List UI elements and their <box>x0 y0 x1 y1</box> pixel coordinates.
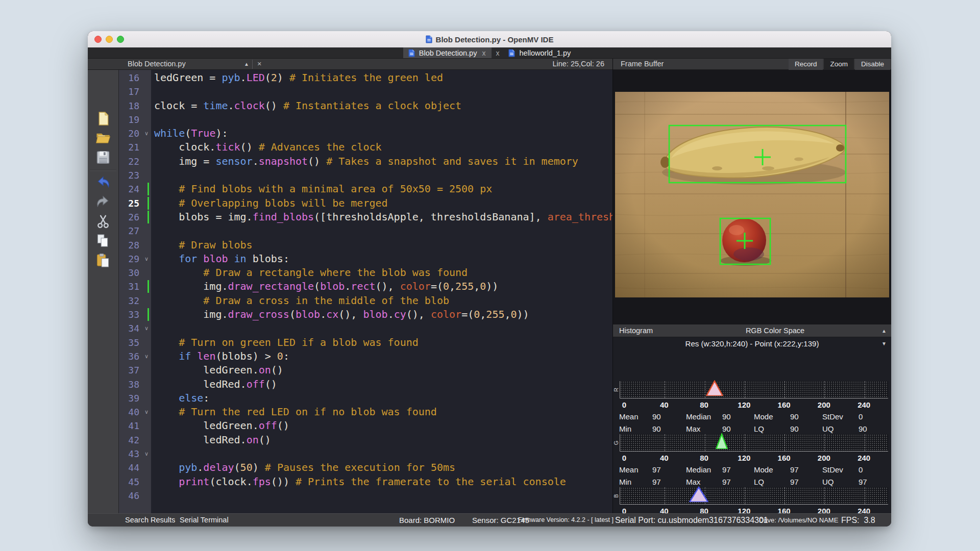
axis-tick-label: 80 <box>693 400 716 409</box>
search-results-toggle[interactable]: Search Results <box>125 514 175 527</box>
code-text: clock = time.clock() # Instantiates a cl… <box>154 99 461 113</box>
channel-label: G <box>613 440 619 446</box>
code-text: # Find blobs with a minimal area of 50x5… <box>154 182 492 196</box>
stat-value: 90 <box>652 424 661 433</box>
code-line[interactable]: 26 blobs = img.find_blobs([thresholdsApp… <box>119 210 612 224</box>
color-space-dropdown[interactable]: RGB Color Space <box>674 324 876 337</box>
cut-icon[interactable] <box>94 214 112 230</box>
disable-button[interactable]: Disable <box>855 59 890 70</box>
frame-buffer-buttons: Record Zoom Disable <box>788 59 890 70</box>
fold-arrow-icon[interactable]: ∨ <box>142 252 151 266</box>
code-line[interactable]: 18clock = time.clock() # Instantiates a … <box>119 99 612 113</box>
serial-port-status: Serial Port: cu.usbmodem3167376334301 <box>615 514 768 527</box>
code-line[interactable]: 41 ledGreen.off() <box>119 419 612 433</box>
code-line[interactable]: 38 ledRed.off() <box>119 378 612 391</box>
redo-icon[interactable] <box>94 194 112 210</box>
code-line[interactable]: 21 clock.tick() # Advances the clock <box>119 140 612 154</box>
zoom-button[interactable]: Zoom <box>824 59 854 70</box>
code-text: ledRed.on() <box>154 433 271 447</box>
fold-arrow-icon[interactable]: ∨ <box>142 447 151 461</box>
gridline <box>824 487 825 504</box>
open-file-selector[interactable]: Blob Detection.py <box>128 59 186 70</box>
line-number: 17 <box>119 85 139 98</box>
histogram-peak-g <box>716 433 728 451</box>
fold-arrow-icon[interactable]: ∨ <box>142 321 151 335</box>
gridline <box>705 434 705 451</box>
code-line[interactable]: 32 # Draw a cross in the middle of the b… <box>119 294 612 308</box>
stat-label: LQ <box>754 424 764 433</box>
stat-value: 97 <box>722 478 731 486</box>
code-line[interactable]: 36∨ if len(blobs) > 0: <box>119 349 612 363</box>
tab-helloworld[interactable]: helloworld_1.py <box>503 47 576 58</box>
code-editor[interactable]: 16ledGreen = pyb.LED(2) # Initiates the … <box>119 70 612 513</box>
code-line[interactable]: 35 # Turn on green LED if a blob was fou… <box>119 336 612 349</box>
code-line[interactable]: 17 <box>119 85 612 98</box>
code-line[interactable]: 30 # Draw a rectangle where the blob was… <box>119 266 612 280</box>
histogram-header: Histogram RGB Color Space ▲▼ <box>613 324 891 337</box>
firmware-status: Firmware Version: 4.2.2 - [ latest ] <box>518 514 614 527</box>
line-number: 28 <box>119 238 139 252</box>
code-text: ledGreen.on() <box>154 363 283 377</box>
code-line[interactable]: 23 <box>119 168 612 182</box>
close-tab-icon[interactable]: x <box>481 49 486 57</box>
serial-terminal-toggle[interactable]: Serial Terminal <box>180 514 229 527</box>
maximize-window-button[interactable] <box>117 36 124 43</box>
code-line[interactable]: 19 <box>119 113 612 127</box>
code-line[interactable]: 43∨ <box>119 447 612 461</box>
code-line[interactable]: 34∨ <box>119 321 612 335</box>
gridline <box>665 434 665 451</box>
code-line[interactable]: 25 # Overlapping blobs will be merged <box>119 196 612 210</box>
stat-value: 90 <box>790 424 799 433</box>
record-button[interactable]: Record <box>789 59 823 70</box>
stat-value: 97 <box>652 465 661 474</box>
code-line[interactable]: 42 ledRed.on() <box>119 433 612 447</box>
code-text: while(True): <box>154 127 228 140</box>
code-line[interactable]: 31 img.draw_rectangle(blob.rect(), color… <box>119 280 612 293</box>
close-window-button[interactable] <box>94 36 102 43</box>
axis-tick-label: 0 <box>613 454 635 462</box>
code-line[interactable]: 22 img = sensor.snapshot() # Takes a sna… <box>119 155 612 168</box>
code-text: ledGreen = pyb.LED(2) # Initiates the gr… <box>154 71 443 85</box>
code-line[interactable]: 20∨while(True): <box>119 127 612 140</box>
code-text: # Draw a rectangle where the blob was fo… <box>154 266 468 280</box>
tab-blob-detection[interactable]: Blob Detection.py x <box>403 47 492 58</box>
fold-arrow-icon[interactable]: ∨ <box>142 127 151 140</box>
gridline <box>705 381 705 398</box>
stat-label: Mean <box>619 412 639 421</box>
python-file-icon <box>426 35 432 43</box>
stat-value: 90 <box>859 424 867 433</box>
code-line[interactable]: 27 <box>119 224 612 238</box>
line-number: 39 <box>119 391 139 405</box>
line-number: 40 <box>119 405 139 419</box>
code-line[interactable]: 39 else: <box>119 391 612 405</box>
frame-buffer-panel <box>613 70 891 324</box>
code-line[interactable]: 45 print(clock.fps()) # Prints the frame… <box>119 475 612 489</box>
save-icon[interactable] <box>94 149 112 165</box>
gridline <box>785 487 785 504</box>
minimize-window-button[interactable] <box>106 36 113 43</box>
fold-arrow-icon[interactable]: ∨ <box>142 349 151 363</box>
undo-icon[interactable] <box>94 175 112 191</box>
copy-icon[interactable] <box>94 233 112 249</box>
line-number: 32 <box>119 294 139 308</box>
code-line[interactable]: 44 pyb.delay(50) # Pauses the execution … <box>119 461 612 474</box>
code-line[interactable]: 29∨ for blob in blobs: <box>119 252 612 266</box>
close-tab-icon[interactable]: x <box>492 47 503 58</box>
code-line[interactable]: 24 # Find blobs with a minimal area of 5… <box>119 182 612 196</box>
fold-arrow-icon[interactable]: ∨ <box>142 405 151 419</box>
code-text: pyb.delay(50) # Pauses the execution for… <box>154 461 455 474</box>
file-selector-arrows-icon[interactable]: ▲▼ <box>244 59 249 70</box>
code-line[interactable]: 37 ledGreen.on() <box>119 363 612 377</box>
code-line[interactable]: 40∨ # Turn the red LED on if no blob was… <box>119 405 612 419</box>
close-split-icon[interactable]: × <box>257 59 261 70</box>
python-file-icon <box>508 49 515 57</box>
new-file-icon[interactable] <box>94 111 112 127</box>
code-line[interactable]: 16ledGreen = pyb.LED(2) # Initiates the … <box>119 71 612 85</box>
code-line[interactable]: 46 <box>119 489 612 503</box>
axis-tick-label: 40 <box>653 454 675 462</box>
gridline <box>824 434 825 451</box>
paste-icon[interactable] <box>94 253 112 268</box>
code-line[interactable]: 28 # Draw blobs <box>119 238 612 252</box>
code-line[interactable]: 33 img.draw_cross(blob.cx(), blob.cy(), … <box>119 308 612 321</box>
open-folder-icon[interactable] <box>94 130 112 146</box>
